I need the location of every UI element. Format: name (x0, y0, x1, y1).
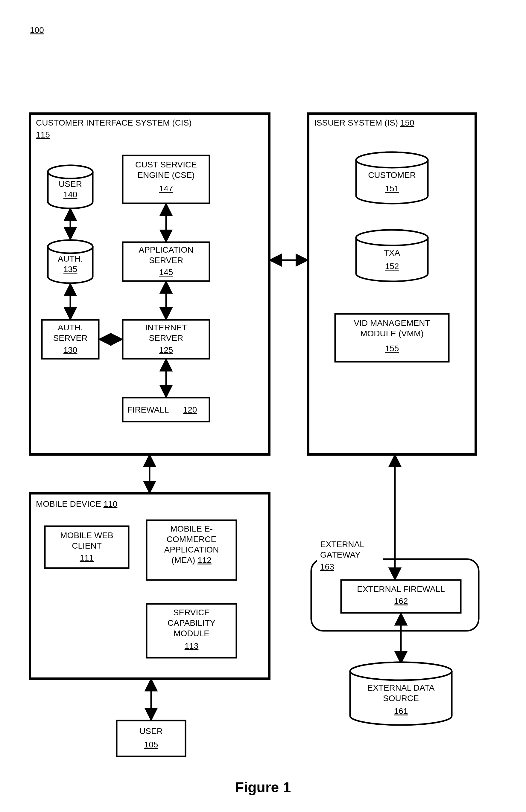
svg-text:152: 152 (385, 262, 399, 271)
svg-text:135: 135 (63, 265, 77, 274)
svg-text:VID MANAGEMENT: VID MANAGEMENT (354, 318, 430, 328)
cis-title: CUSTOMER INTERFACE SYSTEM (CIS) (36, 118, 192, 127)
svg-text:APPLICATION: APPLICATION (139, 245, 193, 255)
svg-text:151: 151 (385, 184, 399, 193)
svg-text:AUTH.: AUTH. (58, 254, 83, 263)
cis-container: CUSTOMER INTERFACE SYSTEM (CIS) 115 USER… (30, 114, 269, 454)
svg-text:COMMERCE: COMMERCE (167, 535, 216, 544)
svg-text:GATEWAY: GATEWAY (320, 550, 360, 560)
svg-text:CUST SERVICE: CUST SERVICE (135, 160, 197, 169)
user-box: USER 105 (117, 721, 185, 756)
svg-point-6 (48, 240, 93, 253)
mea-box: MOBILE E- COMMERCE APPLICATION (MEA) 112 (147, 520, 236, 580)
svg-text:120: 120 (183, 405, 197, 415)
svg-text:111: 111 (80, 553, 94, 562)
svg-text:SERVICE: SERVICE (173, 608, 210, 617)
svg-point-68 (350, 662, 452, 680)
svg-text:USER: USER (59, 179, 82, 189)
scm-box: SERVICE CAPABILITY MODULE 113 (147, 604, 236, 658)
svg-text:130: 130 (63, 345, 77, 354)
svg-point-2 (48, 165, 93, 178)
svg-text:CUSTOMER: CUSTOMER (368, 170, 416, 180)
is-title: ISSUER SYSTEM (IS) 150 (314, 118, 414, 127)
svg-text:SERVER: SERVER (149, 333, 183, 343)
firewall-box: FIREWALL 120 (123, 397, 210, 422)
svg-text:EXTERNAL: EXTERNAL (320, 540, 365, 549)
svg-point-30 (356, 152, 428, 168)
svg-text:FIREWALL: FIREWALL (127, 405, 169, 415)
svg-text:EXTERNAL FIREWALL: EXTERNAL FIREWALL (357, 584, 445, 594)
svg-text:EXTERNAL DATA: EXTERNAL DATA (367, 683, 435, 692)
mobile-container: MOBILE DEVICE 110 MOBILE WEB CLIENT 111 … (30, 493, 269, 679)
svg-text:TXA: TXA (384, 248, 400, 257)
svg-text:MODULE (VMM): MODULE (VMM) (360, 329, 424, 338)
svg-text:SOURCE: SOURCE (383, 694, 419, 703)
svg-rect-56 (117, 721, 185, 756)
figure-caption: Figure 1 (235, 779, 291, 795)
mobile-web-client-box: MOBILE WEB CLIENT 111 (45, 526, 129, 568)
svg-text:(MEA) 112: (MEA) 112 (171, 555, 212, 565)
ext-firewall-box: EXTERNAL FIREWALL 162 (341, 580, 461, 613)
svg-text:163: 163 (320, 562, 334, 571)
vmm-box: VID MANAGEMENT MODULE (VMM) 155 (335, 314, 449, 362)
svg-text:125: 125 (159, 345, 173, 354)
user-db: USER 140 (48, 165, 93, 208)
auth-db: AUTH. 135 (48, 240, 93, 283)
auth-server-box: AUTH. SERVER 130 (42, 320, 99, 359)
is-container: ISSUER SYSTEM (IS) 150 CUSTOMER 151 TXA … (308, 114, 476, 454)
svg-text:MOBILE WEB: MOBILE WEB (60, 531, 113, 540)
svg-text:161: 161 (394, 707, 408, 716)
mobile-title: MOBILE DEVICE 110 (36, 499, 117, 509)
svg-text:CLIENT: CLIENT (72, 541, 102, 550)
svg-text:147: 147 (159, 184, 173, 193)
overall-ref: 100 (30, 25, 44, 35)
svg-text:ENGINE (CSE): ENGINE (CSE) (137, 170, 195, 180)
cis-ref: 115 (36, 130, 50, 139)
svg-text:MODULE: MODULE (173, 629, 210, 638)
svg-text:140: 140 (63, 190, 77, 199)
svg-text:SERVER: SERVER (53, 333, 88, 343)
svg-text:USER: USER (139, 726, 163, 736)
svg-text:162: 162 (394, 596, 408, 606)
svg-text:SERVER: SERVER (149, 256, 183, 265)
svg-text:APPLICATION: APPLICATION (164, 545, 219, 554)
svg-text:105: 105 (144, 740, 158, 749)
txa-db: TXA 152 (356, 230, 428, 281)
internet-server-box: INTERNET SERVER 125 (123, 320, 210, 359)
svg-text:INTERNET: INTERNET (145, 323, 187, 332)
patent-diagram: 100 CUSTOMER INTERFACE SYSTEM (CIS) 115 … (0, 0, 526, 812)
svg-text:155: 155 (385, 344, 399, 353)
app-server-box: APPLICATION SERVER 145 (123, 242, 210, 281)
svg-text:113: 113 (185, 641, 199, 651)
svg-point-34 (356, 230, 428, 245)
cse-box: CUST SERVICE ENGINE (CSE) 147 (123, 156, 210, 203)
svg-text:CAPABILITY: CAPABILITY (168, 618, 215, 627)
customer-db: CUSTOMER 151 (356, 152, 428, 204)
svg-text:AUTH.: AUTH. (58, 323, 83, 332)
svg-text:MOBILE E-: MOBILE E- (170, 524, 213, 533)
svg-text:145: 145 (159, 267, 173, 277)
ext-data-source-db: EXTERNAL DATA SOURCE 161 (350, 662, 452, 725)
